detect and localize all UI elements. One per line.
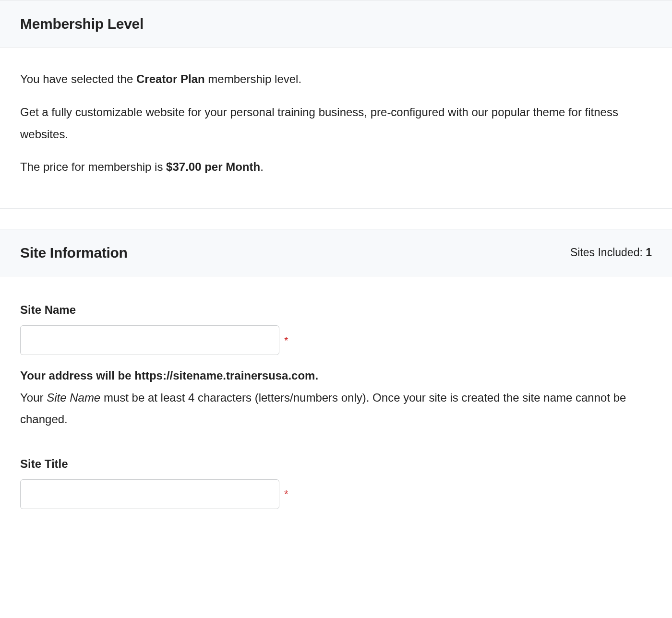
selected-plan-name: Creator Plan bbox=[136, 72, 205, 85]
site-name-input[interactable] bbox=[20, 325, 279, 355]
price-prefix: The price for membership is bbox=[20, 160, 166, 173]
site-name-help-line2: Your Site Name must be at least 4 charac… bbox=[20, 387, 652, 430]
site-name-field: Site Name * Your address will be https:/… bbox=[14, 276, 658, 430]
site-name-help-b: must be at least 4 characters (letters/n… bbox=[20, 391, 626, 426]
selected-plan-suffix: membership level. bbox=[205, 72, 301, 85]
site-information-header: Site Information Sites Included: 1 bbox=[0, 229, 672, 276]
sites-included-text: Sites Included: 1 bbox=[570, 244, 652, 261]
selected-plan-prefix: You have selected the bbox=[20, 72, 136, 85]
site-name-help-italic: Site Name bbox=[47, 391, 100, 404]
selected-plan-text: You have selected the Creator Plan membe… bbox=[20, 71, 652, 88]
site-title-input[interactable] bbox=[20, 479, 279, 509]
site-title-field: Site Title * bbox=[14, 430, 658, 509]
membership-price-text: The price for membership is $37.00 per M… bbox=[20, 158, 652, 176]
membership-level-header: Membership Level bbox=[0, 0, 672, 48]
required-asterisk-icon: * bbox=[284, 486, 288, 502]
site-name-label: Site Name bbox=[20, 301, 652, 319]
price-value: $37.00 per Month bbox=[166, 160, 260, 173]
site-name-help-bold: Your address will be https://sitename.tr… bbox=[20, 365, 652, 387]
membership-level-heading: Membership Level bbox=[20, 13, 144, 35]
site-title-label: Site Title bbox=[20, 455, 652, 473]
membership-level-content: You have selected the Creator Plan membe… bbox=[14, 48, 658, 176]
sites-included-count: 1 bbox=[646, 246, 652, 259]
site-name-help: Your address will be https://sitename.tr… bbox=[20, 365, 652, 430]
site-information-heading: Site Information bbox=[20, 242, 128, 263]
sites-included-label: Sites Included: bbox=[570, 246, 646, 259]
price-suffix: . bbox=[260, 160, 264, 173]
site-name-help-a: Your bbox=[20, 391, 47, 404]
membership-description: Get a fully customizable website for you… bbox=[20, 101, 652, 145]
required-asterisk-icon: * bbox=[284, 333, 288, 348]
